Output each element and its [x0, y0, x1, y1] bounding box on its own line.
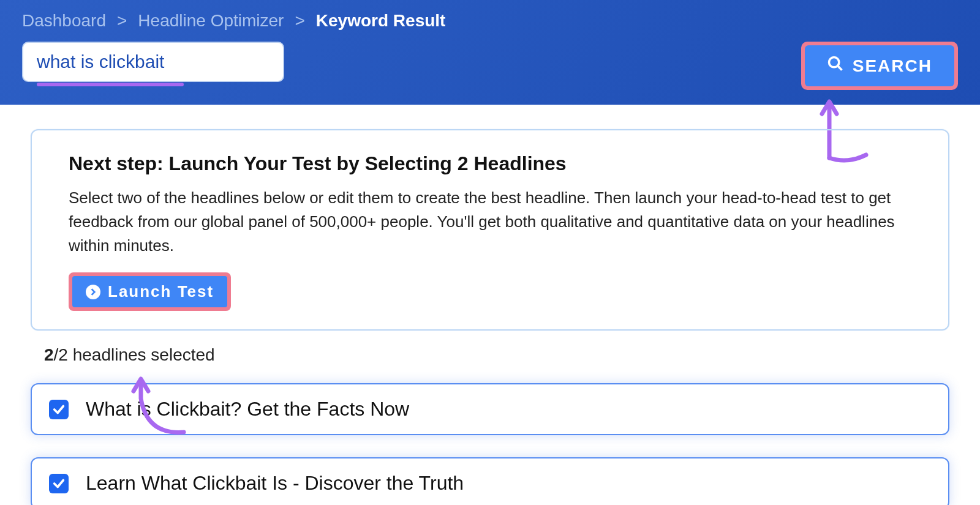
headline-option[interactable]: Learn What Clickbait Is - Discover the T… [31, 457, 949, 505]
main-content: Next step: Launch Your Test by Selecting… [0, 105, 980, 505]
chevron-right-icon: > [295, 11, 304, 31]
selection-status: 2/2 headlines selected [44, 345, 949, 365]
launch-button-label: Launch Test [108, 282, 214, 301]
breadcrumb-link-dashboard[interactable]: Dashboard [22, 11, 106, 31]
search-input-wrap [22, 42, 786, 90]
header-bar: Dashboard > Headline Optimizer > Keyword… [0, 0, 980, 105]
annotation-highlight-search: SEARCH [801, 42, 958, 90]
launch-test-button[interactable]: Launch Test [72, 276, 227, 307]
next-step-title: Next step: Launch Your Test by Selecting… [69, 152, 911, 175]
search-icon [827, 55, 844, 77]
selected-total-text: /2 headlines selected [54, 345, 215, 364]
search-button-label: SEARCH [853, 56, 932, 76]
selected-count: 2 [44, 345, 54, 364]
checkbox-checked-icon[interactable] [49, 400, 69, 419]
search-input[interactable] [22, 42, 284, 82]
annotation-highlight-launch: Launch Test [69, 272, 231, 311]
chevron-right-icon: > [117, 11, 127, 31]
svg-line-1 [837, 66, 842, 70]
breadcrumb-link-headline-optimizer[interactable]: Headline Optimizer [138, 11, 284, 31]
annotation-arrow-icon [129, 374, 202, 441]
search-row: SEARCH [22, 42, 958, 90]
breadcrumb-current: Keyword Result [316, 11, 446, 31]
breadcrumb: Dashboard > Headline Optimizer > Keyword… [22, 11, 958, 31]
search-button[interactable]: SEARCH [805, 45, 954, 86]
annotation-underline [37, 83, 184, 86]
headline-text: Learn What Clickbait Is - Discover the T… [86, 472, 464, 495]
next-step-card: Next step: Launch Your Test by Selecting… [31, 129, 949, 331]
next-step-description: Select two of the headlines below or edi… [69, 186, 911, 258]
chevron-right-circle-icon [86, 285, 100, 299]
checkbox-checked-icon[interactable] [49, 474, 69, 493]
svg-point-0 [829, 58, 839, 67]
